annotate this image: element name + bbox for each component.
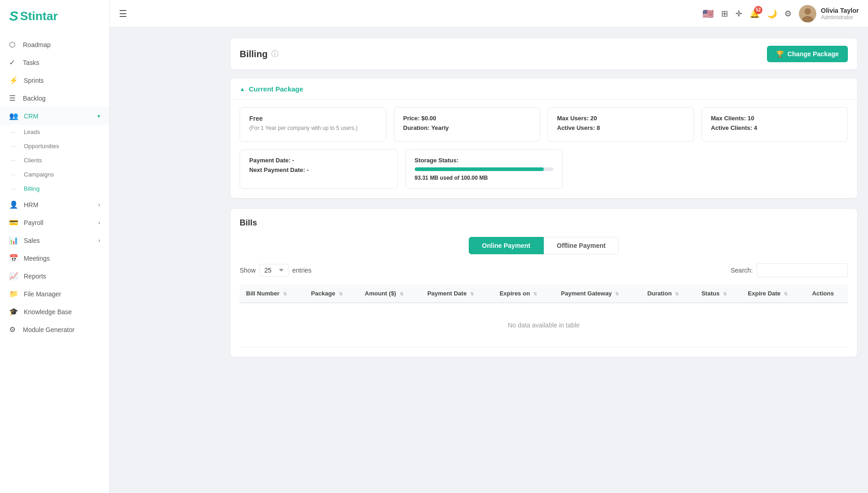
entries-select[interactable]: 25 10 50 100 [259,264,289,277]
logo-s: S [9,8,18,24]
sidebar-label-payroll: Payroll [24,219,43,226]
user-info: Olivia Taylor Administrator [821,7,859,21]
sidebar-item-campaigns[interactable]: Campaigns [0,167,109,182]
sidebar-item-module-generator[interactable]: ⚙ Module Generator [0,321,109,338]
user-profile[interactable]: Olivia Taylor Administrator [799,5,859,22]
sort-expires-on-icon: ⇅ [533,291,537,296]
tab-offline-payment[interactable]: Offline Payment [544,237,619,254]
sidebar-label-roadmap: Roadmap [23,41,51,48]
table-body: No data available in table [240,303,848,348]
col-payment-date[interactable]: Payment Date ⇅ [421,284,493,303]
price-label: Price: [403,115,420,122]
sidebar-item-leads[interactable]: Leads [0,125,109,139]
sidebar-item-sprints[interactable]: ⚡ Sprints [0,71,109,89]
col-expire-date[interactable]: Expire Date ⇅ [741,284,805,303]
col-duration[interactable]: Duration ⇅ [641,284,695,303]
payment-date-label: Payment Date: [249,157,290,164]
table-header: Bill Number ⇅ Package ⇅ Amount ($) ⇅ Pay… [240,284,848,303]
logo-area: SStintar [0,0,109,32]
sidebar-item-reports[interactable]: 📈 Reports [0,267,109,285]
sidebar-item-tasks[interactable]: ✓ Tasks [0,54,109,71]
tab-online-payment[interactable]: Online Payment [469,237,544,254]
active-clients-row: Active Clients: 4 [711,124,839,131]
max-clients-label: Max Clients: [711,115,746,122]
settings-icon[interactable]: ⚙ [784,9,792,19]
payroll-chevron-icon: › [98,220,100,226]
trophy-icon: 🏆 [776,50,784,58]
grid-icon[interactable]: ⊞ [721,9,728,19]
col-status[interactable]: Status ⇅ [695,284,742,303]
sort-payment-date-icon: ⇅ [470,291,474,296]
active-clients-value: 4 [754,124,757,131]
no-data-cell: No data available in table [240,303,848,348]
col-payment-gateway[interactable]: Payment Gateway ⇅ [555,284,641,303]
sidebar-label-sprints: Sprints [24,77,44,84]
storage-status-label-row: Storage Status: [415,157,554,164]
sidebar-item-payroll[interactable]: 💳 Payroll › [0,214,109,231]
sidebar-item-opportunities[interactable]: Opportunities [0,139,109,153]
max-users-row: Max Users: 20 [557,115,685,122]
sidebar-item-hrm[interactable]: 👤 HRM › [0,196,109,214]
active-clients-label: Active Clients: [711,124,752,131]
no-data-row: No data available in table [240,303,848,348]
max-users-value: 20 [590,115,597,122]
sidebar-label-leads: Leads [24,129,40,135]
sidebar-item-billing[interactable]: Billing [0,182,109,196]
info-icon[interactable]: ⓘ [271,49,279,59]
sort-package-icon: ⇅ [339,291,343,296]
change-package-button[interactable]: 🏆 Change Package [767,46,848,62]
sidebar-item-file-manager[interactable]: 📁 File Manager [0,285,109,303]
active-users-row: Active Users: 8 [557,124,685,131]
payment-date-row: Payment Date: - [249,157,388,164]
col-bill-number[interactable]: Bill Number ⇅ [240,284,305,303]
payment-tabs: Online Payment Offline Payment [240,237,848,254]
notification-badge: 52 [754,6,762,14]
module-generator-icon: ⚙ [9,325,17,334]
sidebar-label-crm: CRM [24,113,38,120]
chevron-up-icon: ▲ [240,86,245,92]
sidebar-label-knowledge-base: Knowledge Base [24,308,72,316]
package-description: (For 1 Year per company with up to 5 use… [249,125,377,131]
sidebar-label-backlog: Backlog [23,95,46,102]
app-logo: SStintar [9,8,58,24]
tasks-icon: ✓ [9,58,17,67]
payroll-icon: 💳 [9,218,18,227]
sidebar-item-clients[interactable]: Clients [0,153,109,167]
hrm-chevron-icon: › [98,202,100,208]
hamburger-menu-icon[interactable]: ☰ [119,8,127,19]
sort-duration-icon: ⇅ [675,291,679,296]
language-flag[interactable]: 🇺🇸 [702,8,714,19]
sidebar-item-sales[interactable]: 📊 Sales › [0,231,109,249]
page-title: Billing [240,49,268,59]
bills-table: Bill Number ⇅ Package ⇅ Amount ($) ⇅ Pay… [240,284,848,348]
sidebar-label-meetings: Meetings [24,255,50,262]
next-payment-row: Next Payment Date: - [249,166,388,173]
show-entries: Show 25 10 50 100 entries [240,264,311,277]
sidebar-label-module-generator: Module Generator [23,326,75,333]
storage-total: 100.00 [461,175,478,181]
payment-date-value: - [292,157,294,164]
storage-text: 93.31 MB used of 100.00 MB [415,175,554,181]
col-package[interactable]: Package ⇅ [305,284,358,303]
col-expires-on[interactable]: Expires on ⇅ [493,284,554,303]
sidebar-item-meetings[interactable]: 📅 Meetings [0,249,109,267]
theme-toggle-icon[interactable]: 🌙 [767,9,777,19]
sidebar-item-roadmap[interactable]: ⬡ Roadmap [0,36,109,54]
sidebar-item-knowledge-base[interactable]: 🎓 Knowledge Base [0,303,109,321]
user-name: Olivia Taylor [821,7,859,14]
clients-card: Max Clients: 10 Active Clients: 4 [702,107,848,142]
notification-icon[interactable]: 🔔 52 [750,9,760,19]
sidebar-item-backlog[interactable]: ☰ Backlog [0,89,109,107]
file-manager-icon: 📁 [9,289,18,298]
col-amount[interactable]: Amount ($) ⇅ [359,284,421,303]
col-payment-date-label: Payment Date [427,290,466,297]
sidebar-item-crm[interactable]: 👥 CRM ▾ [0,107,109,125]
current-package-section: ▲ Current Package Free (For 1 Year per c… [230,79,857,198]
duration-row: Duration: Yearly [403,124,531,131]
price-row: Price: $0.00 [403,115,531,122]
crm-icon: 👥 [9,112,18,120]
search-label: Search: [731,267,753,274]
search-input[interactable] [756,263,848,277]
crosshair-icon[interactable]: ✛ [735,9,742,19]
section-header-current-package[interactable]: ▲ Current Package [230,79,857,100]
